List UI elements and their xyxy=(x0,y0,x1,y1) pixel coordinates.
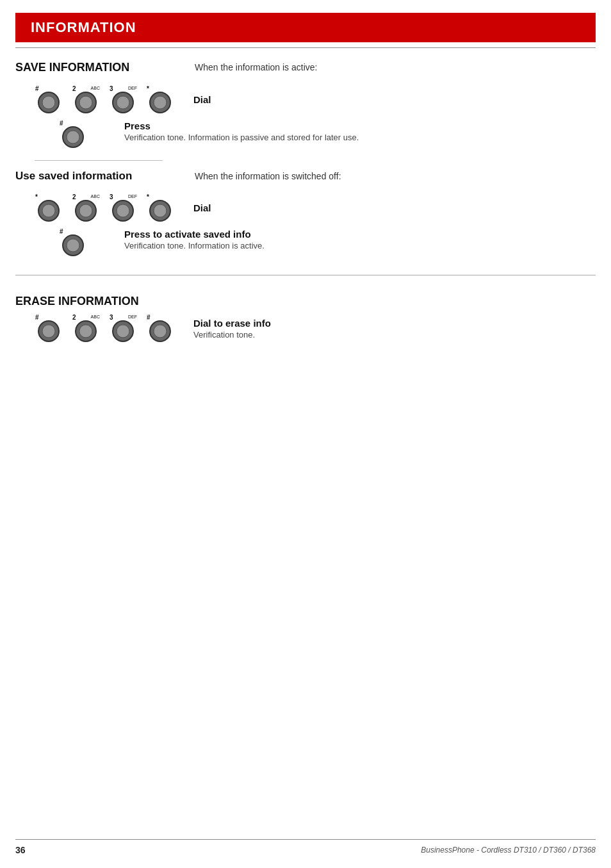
save-press-row: # Press Verification tone. Information i… xyxy=(35,120,596,149)
three-def-key-1: 3 DEF xyxy=(109,86,137,114)
three-def-key-2: 3 DEF xyxy=(109,194,137,222)
svg-point-19 xyxy=(67,239,79,252)
def-label-2: DEF xyxy=(128,194,137,199)
hash-label-1: # xyxy=(35,86,39,92)
use-saved-press-key-area: # xyxy=(35,229,111,257)
use-saved-dial-keys: * 2 ABC 3 xyxy=(35,194,174,222)
save-press-key-area: # xyxy=(35,120,111,149)
brand-label: BusinessPhone - Cordless DT310 / DT360 /… xyxy=(421,846,596,855)
erase-information-title: ERASE INFORMATION xyxy=(15,295,596,308)
svg-point-27 xyxy=(154,325,167,338)
page-title: INFORMATION xyxy=(31,19,136,35)
three-def-key-erase: 3 DEF xyxy=(109,315,137,343)
save-dial-keys: # 2 ABC 3 xyxy=(35,86,174,114)
page-footer: 36 BusinessPhone - Cordless DT310 / DT36… xyxy=(0,845,611,868)
star-key-1: * xyxy=(146,86,174,114)
page-number: 36 xyxy=(15,845,26,855)
def-label-1: DEF xyxy=(128,86,137,90)
two-abc-key-1: 2 ABC xyxy=(72,86,100,114)
erase-section-divider xyxy=(15,275,596,275)
star-key-2: * xyxy=(35,194,63,222)
use-saved-dial-label: Dial xyxy=(193,202,596,214)
three-label-2: 3 xyxy=(110,194,113,201)
erase-dial-text: Dial to erase info Verification tone. xyxy=(193,318,596,340)
svg-point-17 xyxy=(154,204,167,217)
abc-label-1: ABC xyxy=(91,86,100,90)
footer-divider xyxy=(15,839,596,840)
save-dial-key-row: # 2 ABC 3 xyxy=(35,86,596,114)
three-label-erase: 3 xyxy=(110,315,113,321)
star-label-3: * xyxy=(147,194,149,201)
hash-press-label-2: # xyxy=(60,229,63,235)
save-press-text: Press Verification tone. Information is … xyxy=(124,120,596,142)
page-header: INFORMATION xyxy=(15,13,596,42)
use-saved-dial-key-row: * 2 ABC 3 xyxy=(35,194,596,222)
save-information-section: SAVE INFORMATION When the information is… xyxy=(15,48,596,268)
erase-dial-keys: # 2 ABC 3 xyxy=(35,315,174,343)
save-information-title: SAVE INFORMATION xyxy=(15,61,195,74)
abc-label-2: ABC xyxy=(91,194,100,199)
use-saved-title: Use saved information xyxy=(15,170,195,183)
two-label-erase: 2 xyxy=(72,315,76,321)
hash-key-1: # xyxy=(35,86,63,114)
use-saved-press-row: # Press to activate saved info Verificat… xyxy=(35,229,596,257)
svg-point-15 xyxy=(117,204,129,217)
erase-information-section: ERASE INFORMATION # 2 ABC xyxy=(15,282,596,352)
hash-key-press-1: # xyxy=(59,120,87,149)
hash-key-erase-2: # xyxy=(146,315,174,343)
abc-label-erase: ABC xyxy=(91,315,100,319)
svg-point-13 xyxy=(79,204,92,217)
two-label-1: 2 xyxy=(72,86,76,92)
two-label-2: 2 xyxy=(72,194,76,201)
svg-point-5 xyxy=(117,96,129,109)
erase-dial-key-row: # 2 ABC 3 xyxy=(35,315,596,343)
star-label-2: * xyxy=(35,194,38,201)
save-information-description: When the information is active: xyxy=(195,61,317,72)
svg-point-7 xyxy=(154,96,167,109)
svg-point-25 xyxy=(117,325,129,338)
svg-point-21 xyxy=(42,325,55,338)
hash-press-label-1: # xyxy=(60,120,63,127)
three-label-1: 3 xyxy=(110,86,113,92)
save-dial-label: Dial xyxy=(193,94,596,106)
hash-erase-label-2: # xyxy=(147,315,151,321)
def-label-erase: DEF xyxy=(128,315,137,319)
use-saved-separator xyxy=(35,160,163,161)
svg-point-3 xyxy=(79,96,92,109)
svg-point-1 xyxy=(42,96,55,109)
svg-point-23 xyxy=(79,325,92,338)
use-saved-description: When the information is switched off: xyxy=(195,170,341,181)
svg-point-9 xyxy=(67,131,79,143)
star-key-3: * xyxy=(146,194,174,222)
two-abc-key-erase: 2 ABC xyxy=(72,315,100,343)
use-saved-press-text: Press to activate saved info Verificatio… xyxy=(124,229,596,250)
hash-erase-label-1: # xyxy=(35,315,39,321)
use-saved-title-row: Use saved information When the informati… xyxy=(15,170,596,183)
hash-key-press-2: # xyxy=(59,229,87,257)
two-abc-key-2: 2 ABC xyxy=(72,194,100,222)
svg-point-11 xyxy=(42,204,55,217)
hash-key-erase-1: # xyxy=(35,315,63,343)
star-label-1: * xyxy=(147,86,149,92)
